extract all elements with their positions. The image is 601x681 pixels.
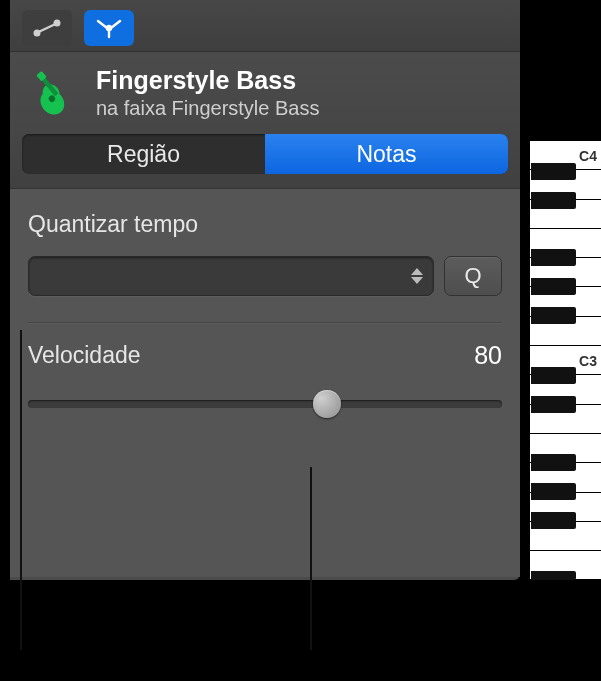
- region-header: Fingerstyle Bass na faixa Fingerstyle Ba…: [10, 52, 520, 134]
- black-key[interactable]: [531, 483, 576, 500]
- slider-track: [28, 400, 502, 408]
- inspector-panel: Fingerstyle Bass na faixa Fingerstyle Ba…: [10, 0, 520, 580]
- callout-line: [310, 467, 312, 650]
- tab-region[interactable]: Região: [22, 134, 265, 174]
- automation-mode-button[interactable]: [22, 10, 72, 46]
- piano-ruler[interactable]: C4 C3: [529, 141, 601, 580]
- quantize-apply-button[interactable]: Q: [444, 256, 502, 296]
- quantize-row: Q: [28, 256, 502, 296]
- region-subtitle: na faixa Fingerstyle Bass: [96, 97, 319, 120]
- velocity-value: 80: [474, 341, 502, 370]
- quantize-label: Quantizar tempo: [28, 211, 502, 238]
- black-key[interactable]: [531, 249, 576, 266]
- black-key[interactable]: [531, 278, 576, 295]
- chevron-updown-icon: [408, 264, 426, 288]
- quantize-select[interactable]: [28, 256, 434, 296]
- velocity-row: Velocidade 80: [28, 341, 502, 370]
- quantize-select-wrap: [28, 256, 434, 296]
- midi-split-icon: [94, 17, 124, 39]
- segmented-row: Região Notas: [10, 134, 520, 189]
- svg-line-3: [98, 21, 107, 28]
- black-key[interactable]: [531, 192, 576, 209]
- black-key[interactable]: [531, 454, 576, 471]
- guitar-icon: [26, 68, 76, 118]
- divider: [28, 322, 502, 323]
- velocity-label: Velocidade: [28, 342, 141, 369]
- black-key[interactable]: [531, 396, 576, 413]
- midi-mode-button[interactable]: [84, 10, 134, 46]
- black-key[interactable]: [531, 307, 576, 324]
- black-key[interactable]: [531, 367, 576, 384]
- svg-line-2: [40, 24, 55, 31]
- region-title: Fingerstyle Bass: [96, 66, 319, 95]
- tab-notes[interactable]: Notas: [265, 134, 508, 174]
- slider-thumb[interactable]: [313, 390, 341, 418]
- inspector-segmented: Região Notas: [22, 134, 508, 174]
- callout-line: [20, 330, 22, 650]
- velocity-slider[interactable]: [28, 390, 502, 418]
- black-key[interactable]: [531, 512, 576, 529]
- header-text: Fingerstyle Bass na faixa Fingerstyle Ba…: [96, 66, 319, 120]
- key-label-c4: C4: [579, 148, 597, 164]
- svg-line-4: [111, 21, 120, 28]
- instrument-icon: [24, 66, 78, 120]
- editor-toolbar: [10, 0, 520, 52]
- key-label-c3: C3: [579, 353, 597, 369]
- automation-icon: [32, 17, 62, 39]
- inspector-body: Quantizar tempo Q Velocidade 80: [10, 189, 520, 577]
- black-key[interactable]: [531, 163, 576, 180]
- black-key[interactable]: [531, 571, 576, 580]
